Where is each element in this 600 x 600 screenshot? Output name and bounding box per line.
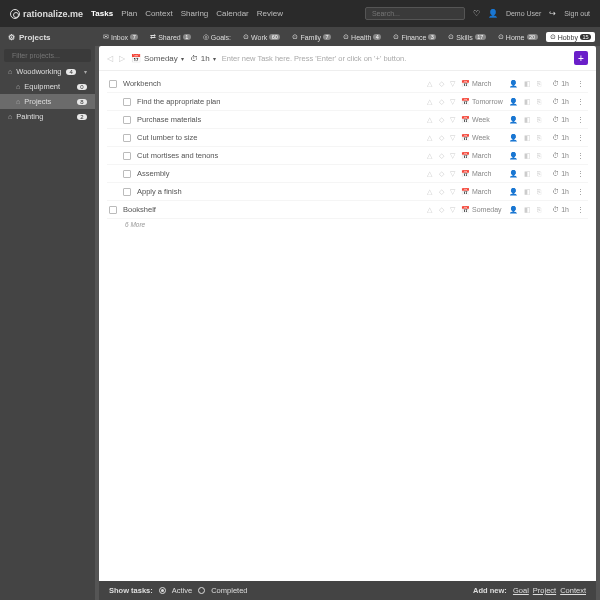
tab-work[interactable]: ⊙Work60 <box>239 32 284 42</box>
more-icon[interactable]: ⋮ <box>575 152 586 160</box>
pin-icon[interactable]: ◇ <box>439 116 444 124</box>
signout-link[interactable]: Sign out <box>564 10 590 17</box>
flag-icon[interactable]: ▽ <box>450 80 455 88</box>
user-icon[interactable]: 👤 <box>509 170 518 178</box>
flame-icon[interactable]: △ <box>427 116 432 124</box>
task-schedule[interactable]: 📅Week <box>461 116 503 124</box>
user-icon[interactable]: 👤 <box>509 98 518 106</box>
nav-context[interactable]: Context <box>145 9 173 18</box>
more-tasks-link[interactable]: 6 More <box>107 219 588 230</box>
sidebar-item-painting[interactable]: ⌂Painting2 <box>0 109 95 124</box>
task-row[interactable]: Purchase materials△◇▽📅Week👤◧⎘⏱1h⋮ <box>107 111 588 129</box>
task-checkbox[interactable] <box>123 188 131 196</box>
task-duration[interactable]: ⏱1h <box>547 116 569 123</box>
task-duration[interactable]: ⏱1h <box>547 134 569 141</box>
task-checkbox[interactable] <box>123 170 131 178</box>
task-row[interactable]: Bookshelf△◇▽📅Someday👤◧⎘⏱1h⋮ <box>107 201 588 219</box>
attach-icon[interactable]: ⎘ <box>537 116 541 123</box>
tab-skills[interactable]: ⊙Skills17 <box>444 32 489 42</box>
tab-shared[interactable]: ⇄Shared1 <box>146 32 195 42</box>
tag-icon[interactable]: ◧ <box>524 206 531 214</box>
flame-icon[interactable]: △ <box>427 170 432 178</box>
add-goal-link[interactable]: Goal <box>513 586 529 595</box>
sidebar-item-projects[interactable]: ⌂Projects8 <box>0 94 95 109</box>
flag-icon[interactable]: ▽ <box>450 134 455 142</box>
task-checkbox[interactable] <box>123 98 131 106</box>
pin-icon[interactable]: ◇ <box>439 170 444 178</box>
filter-projects-input[interactable] <box>4 49 91 62</box>
flame-icon[interactable]: △ <box>427 188 432 196</box>
task-schedule[interactable]: 📅Someday <box>461 206 503 214</box>
flag-icon[interactable]: ▽ <box>450 188 455 196</box>
attach-icon[interactable]: ⎘ <box>537 206 541 213</box>
user-icon[interactable]: 👤 <box>509 116 518 124</box>
pin-icon[interactable]: ◇ <box>439 206 444 214</box>
tab-family[interactable]: ⊙Family7 <box>288 32 335 42</box>
flame-icon[interactable]: △ <box>427 80 432 88</box>
task-duration[interactable]: ⏱1h <box>547 152 569 159</box>
task-schedule[interactable]: 📅March <box>461 80 503 88</box>
nav-plan[interactable]: Plan <box>121 9 137 18</box>
radio-active[interactable] <box>159 587 166 594</box>
attach-icon[interactable]: ⎘ <box>537 98 541 105</box>
radio-completed[interactable] <box>198 587 205 594</box>
nav-calendar[interactable]: Calendar <box>216 9 248 18</box>
tab-home[interactable]: ⊙Home20 <box>494 32 542 42</box>
tag-icon[interactable]: ◧ <box>524 152 531 160</box>
tag-icon[interactable]: ◧ <box>524 188 531 196</box>
task-schedule[interactable]: 📅Tomorrow <box>461 98 503 106</box>
tab-finance[interactable]: ⊙Finance3 <box>389 32 440 42</box>
tab-health[interactable]: ⊙Health4 <box>339 32 385 42</box>
nav-next-icon[interactable]: ▷ <box>119 54 125 63</box>
task-duration[interactable]: ⏱1h <box>547 188 569 195</box>
more-icon[interactable]: ⋮ <box>575 206 586 214</box>
add-task-button[interactable]: + <box>574 51 588 65</box>
task-row[interactable]: Cut mortises and tenons△◇▽📅March👤◧⎘⏱1h⋮ <box>107 147 588 165</box>
attach-icon[interactable]: ⎘ <box>537 80 541 87</box>
flame-icon[interactable]: △ <box>427 98 432 106</box>
task-duration[interactable]: ⏱1h <box>547 80 569 87</box>
schedule-picker[interactable]: 📅 Someday ▾ <box>131 54 184 63</box>
pin-icon[interactable]: ◇ <box>439 188 444 196</box>
task-checkbox[interactable] <box>109 80 117 88</box>
task-row[interactable]: Assembly△◇▽📅March👤◧⎘⏱1h⋮ <box>107 165 588 183</box>
task-schedule[interactable]: 📅Week <box>461 134 503 142</box>
task-duration[interactable]: ⏱1h <box>547 98 569 105</box>
more-icon[interactable]: ⋮ <box>575 170 586 178</box>
nav-prev-icon[interactable]: ◁ <box>107 54 113 63</box>
tag-icon[interactable]: ◧ <box>524 116 531 124</box>
nav-sharing[interactable]: Sharing <box>181 9 209 18</box>
task-checkbox[interactable] <box>109 206 117 214</box>
chevron-down-icon[interactable]: ▾ <box>81 68 87 75</box>
user-name[interactable]: Demo User <box>506 10 541 17</box>
flag-icon[interactable]: ▽ <box>450 152 455 160</box>
user-icon[interactable]: 👤 <box>509 188 518 196</box>
attach-icon[interactable]: ⎘ <box>537 188 541 195</box>
tag-icon[interactable]: ◧ <box>524 134 531 142</box>
tag-icon[interactable]: ◧ <box>524 170 531 178</box>
attach-icon[interactable]: ⎘ <box>537 134 541 141</box>
flag-icon[interactable]: ▽ <box>450 116 455 124</box>
task-duration[interactable]: ⏱1h <box>547 206 569 213</box>
task-duration[interactable]: ⏱1h <box>547 170 569 177</box>
flame-icon[interactable]: △ <box>427 134 432 142</box>
add-project-link[interactable]: Project <box>533 586 556 595</box>
sidebar-item-equipment[interactable]: ⌂Equipment0 <box>0 79 95 94</box>
pin-icon[interactable]: ◇ <box>439 152 444 160</box>
user-icon[interactable]: 👤 <box>509 206 518 214</box>
tab-hobby[interactable]: ⊙Hobby15 <box>546 32 595 42</box>
user-icon[interactable]: 👤 <box>509 134 518 142</box>
task-schedule[interactable]: 📅March <box>461 188 503 196</box>
hearts-icon[interactable]: ♡ <box>473 9 480 18</box>
more-icon[interactable]: ⋮ <box>575 80 586 88</box>
pin-icon[interactable]: ◇ <box>439 80 444 88</box>
task-checkbox[interactable] <box>123 152 131 160</box>
pin-icon[interactable]: ◇ <box>439 134 444 142</box>
attach-icon[interactable]: ⎘ <box>537 170 541 177</box>
attach-icon[interactable]: ⎘ <box>537 152 541 159</box>
more-icon[interactable]: ⋮ <box>575 134 586 142</box>
new-task-input[interactable]: Enter new Task here. Press 'Enter' or cl… <box>222 54 568 63</box>
flame-icon[interactable]: △ <box>427 206 432 214</box>
user-icon[interactable]: 👤 <box>509 80 518 88</box>
task-row[interactable]: Apply a finish△◇▽📅March👤◧⎘⏱1h⋮ <box>107 183 588 201</box>
